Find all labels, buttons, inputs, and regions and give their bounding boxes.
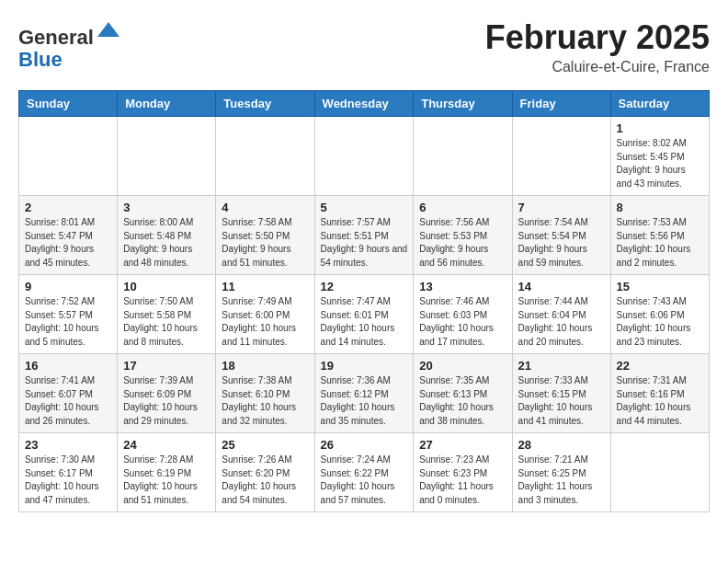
day-number: 4 bbox=[222, 201, 308, 214]
day-number: 17 bbox=[123, 359, 210, 373]
day-number: 13 bbox=[419, 280, 506, 293]
calendar-cell: 12Sunrise: 7:47 AM Sunset: 6:01 PM Dayli… bbox=[314, 275, 414, 354]
svg-marker-0 bbox=[97, 22, 119, 37]
day-number: 18 bbox=[222, 359, 308, 373]
day-info: Sunrise: 7:21 AM Sunset: 6:25 PM Dayligh… bbox=[518, 454, 605, 507]
day-info: Sunrise: 7:41 AM Sunset: 6:07 PM Dayligh… bbox=[25, 374, 111, 428]
day-number: 5 bbox=[321, 201, 408, 214]
day-number: 21 bbox=[518, 359, 605, 373]
calendar-cell: 15Sunrise: 7:43 AM Sunset: 6:06 PM Dayli… bbox=[610, 275, 709, 354]
day-number: 23 bbox=[25, 438, 111, 452]
day-number: 15 bbox=[617, 280, 703, 293]
weekday-header-tuesday: Tuesday bbox=[216, 91, 314, 117]
day-info: Sunrise: 7:46 AM Sunset: 6:03 PM Dayligh… bbox=[419, 295, 506, 349]
day-number: 20 bbox=[419, 359, 506, 373]
day-number: 16 bbox=[25, 359, 111, 373]
day-number: 25 bbox=[222, 438, 308, 452]
calendar-cell: 20Sunrise: 7:35 AM Sunset: 6:13 PM Dayli… bbox=[414, 354, 512, 433]
calendar-cell: 28Sunrise: 7:21 AM Sunset: 6:25 PM Dayli… bbox=[512, 433, 610, 512]
day-info: Sunrise: 7:23 AM Sunset: 6:23 PM Dayligh… bbox=[419, 454, 506, 507]
calendar-cell bbox=[512, 117, 610, 196]
calendar-cell bbox=[19, 117, 118, 196]
calendar-cell: 23Sunrise: 7:30 AM Sunset: 6:17 PM Dayli… bbox=[19, 433, 118, 512]
calendar-cell: 21Sunrise: 7:33 AM Sunset: 6:15 PM Dayli… bbox=[512, 354, 610, 433]
calendar-cell: 18Sunrise: 7:38 AM Sunset: 6:10 PM Dayli… bbox=[216, 354, 314, 433]
day-number: 24 bbox=[123, 438, 210, 452]
page-header: General Blue February 2025 Caluire-et-Cu… bbox=[18, 18, 710, 75]
day-info: Sunrise: 7:31 AM Sunset: 6:16 PM Dayligh… bbox=[617, 374, 703, 428]
calendar-cell: 1Sunrise: 8:02 AM Sunset: 5:45 PM Daylig… bbox=[610, 117, 709, 196]
day-number: 11 bbox=[222, 280, 308, 293]
day-info: Sunrise: 7:49 AM Sunset: 6:00 PM Dayligh… bbox=[222, 295, 308, 349]
calendar-table: SundayMondayTuesdayWednesdayThursdayFrid… bbox=[18, 90, 710, 512]
day-number: 6 bbox=[419, 201, 506, 214]
day-number: 12 bbox=[321, 280, 408, 293]
day-info: Sunrise: 7:36 AM Sunset: 6:12 PM Dayligh… bbox=[321, 374, 408, 428]
weekday-header-monday: Monday bbox=[118, 91, 216, 117]
calendar-cell: 24Sunrise: 7:28 AM Sunset: 6:19 PM Dayli… bbox=[118, 433, 216, 512]
calendar-cell: 27Sunrise: 7:23 AM Sunset: 6:23 PM Dayli… bbox=[414, 433, 512, 512]
day-info: Sunrise: 7:52 AM Sunset: 5:57 PM Dayligh… bbox=[25, 295, 111, 349]
calendar-cell: 8Sunrise: 7:53 AM Sunset: 5:56 PM Daylig… bbox=[610, 196, 709, 275]
location: Caluire-et-Cuire, France bbox=[485, 59, 710, 75]
day-info: Sunrise: 7:44 AM Sunset: 6:04 PM Dayligh… bbox=[518, 295, 605, 349]
day-info: Sunrise: 7:28 AM Sunset: 6:19 PM Dayligh… bbox=[123, 454, 210, 507]
weekday-header-thursday: Thursday bbox=[414, 91, 512, 117]
calendar-cell bbox=[216, 117, 314, 196]
calendar-cell: 6Sunrise: 7:56 AM Sunset: 5:53 PM Daylig… bbox=[414, 196, 512, 275]
calendar-cell: 13Sunrise: 7:46 AM Sunset: 6:03 PM Dayli… bbox=[414, 275, 512, 354]
calendar-cell: 17Sunrise: 7:39 AM Sunset: 6:09 PM Dayli… bbox=[118, 354, 216, 433]
day-info: Sunrise: 7:35 AM Sunset: 6:13 PM Dayligh… bbox=[419, 374, 506, 428]
day-info: Sunrise: 7:38 AM Sunset: 6:10 PM Dayligh… bbox=[222, 374, 308, 428]
weekday-header-friday: Friday bbox=[512, 91, 610, 117]
title-block: February 2025 Caluire-et-Cuire, France bbox=[485, 18, 710, 75]
calendar-cell: 9Sunrise: 7:52 AM Sunset: 5:57 PM Daylig… bbox=[19, 275, 118, 354]
logo-general-text: General bbox=[18, 26, 94, 49]
calendar-cell: 25Sunrise: 7:26 AM Sunset: 6:20 PM Dayli… bbox=[216, 433, 314, 512]
day-number: 2 bbox=[25, 201, 111, 214]
day-info: Sunrise: 7:57 AM Sunset: 5:51 PM Dayligh… bbox=[321, 216, 408, 270]
day-number: 1 bbox=[617, 121, 703, 135]
day-info: Sunrise: 7:56 AM Sunset: 5:53 PM Dayligh… bbox=[419, 216, 506, 270]
calendar-cell: 11Sunrise: 7:49 AM Sunset: 6:00 PM Dayli… bbox=[216, 275, 314, 354]
day-number: 8 bbox=[617, 201, 703, 214]
day-number: 28 bbox=[518, 438, 605, 452]
calendar-cell: 4Sunrise: 7:58 AM Sunset: 5:50 PM Daylig… bbox=[216, 196, 314, 275]
calendar-week-row: 23Sunrise: 7:30 AM Sunset: 6:17 PM Dayli… bbox=[19, 433, 710, 512]
calendar-cell: 16Sunrise: 7:41 AM Sunset: 6:07 PM Dayli… bbox=[19, 354, 118, 433]
calendar-cell: 7Sunrise: 7:54 AM Sunset: 5:54 PM Daylig… bbox=[512, 196, 610, 275]
calendar-cell: 10Sunrise: 7:50 AM Sunset: 5:58 PM Dayli… bbox=[118, 275, 216, 354]
calendar-cell: 26Sunrise: 7:24 AM Sunset: 6:22 PM Dayli… bbox=[314, 433, 414, 512]
calendar-cell: 19Sunrise: 7:36 AM Sunset: 6:12 PM Dayli… bbox=[314, 354, 414, 433]
day-info: Sunrise: 8:01 AM Sunset: 5:47 PM Dayligh… bbox=[25, 216, 111, 270]
day-number: 27 bbox=[419, 438, 506, 452]
calendar-header-row: SundayMondayTuesdayWednesdayThursdayFrid… bbox=[19, 91, 710, 117]
day-number: 10 bbox=[123, 280, 210, 293]
calendar-week-row: 1Sunrise: 8:02 AM Sunset: 5:45 PM Daylig… bbox=[19, 117, 710, 196]
month-year: February 2025 bbox=[485, 18, 710, 57]
day-info: Sunrise: 7:43 AM Sunset: 6:06 PM Dayligh… bbox=[617, 295, 703, 349]
day-info: Sunrise: 7:26 AM Sunset: 6:20 PM Dayligh… bbox=[222, 454, 308, 507]
day-number: 19 bbox=[321, 359, 408, 373]
logo-icon bbox=[96, 18, 121, 44]
day-number: 3 bbox=[123, 201, 210, 214]
weekday-header-sunday: Sunday bbox=[19, 91, 118, 117]
day-info: Sunrise: 7:47 AM Sunset: 6:01 PM Dayligh… bbox=[321, 295, 408, 349]
calendar-cell: 2Sunrise: 8:01 AM Sunset: 5:47 PM Daylig… bbox=[19, 196, 118, 275]
day-number: 26 bbox=[321, 438, 408, 452]
day-number: 14 bbox=[518, 280, 605, 293]
day-number: 9 bbox=[25, 280, 111, 293]
day-info: Sunrise: 8:00 AM Sunset: 5:48 PM Dayligh… bbox=[123, 216, 210, 270]
day-info: Sunrise: 7:58 AM Sunset: 5:50 PM Dayligh… bbox=[222, 216, 308, 270]
day-info: Sunrise: 7:53 AM Sunset: 5:56 PM Dayligh… bbox=[617, 216, 703, 270]
calendar-cell bbox=[314, 117, 414, 196]
calendar-week-row: 2Sunrise: 8:01 AM Sunset: 5:47 PM Daylig… bbox=[19, 196, 710, 275]
logo-blue-text: Blue bbox=[18, 48, 63, 71]
day-info: Sunrise: 8:02 AM Sunset: 5:45 PM Dayligh… bbox=[617, 137, 703, 190]
day-info: Sunrise: 7:39 AM Sunset: 6:09 PM Dayligh… bbox=[123, 374, 210, 428]
calendar-week-row: 16Sunrise: 7:41 AM Sunset: 6:07 PM Dayli… bbox=[19, 354, 710, 433]
calendar-cell bbox=[414, 117, 512, 196]
calendar-week-row: 9Sunrise: 7:52 AM Sunset: 5:57 PM Daylig… bbox=[19, 275, 710, 354]
day-info: Sunrise: 7:50 AM Sunset: 5:58 PM Dayligh… bbox=[123, 295, 210, 349]
day-number: 22 bbox=[617, 359, 703, 373]
